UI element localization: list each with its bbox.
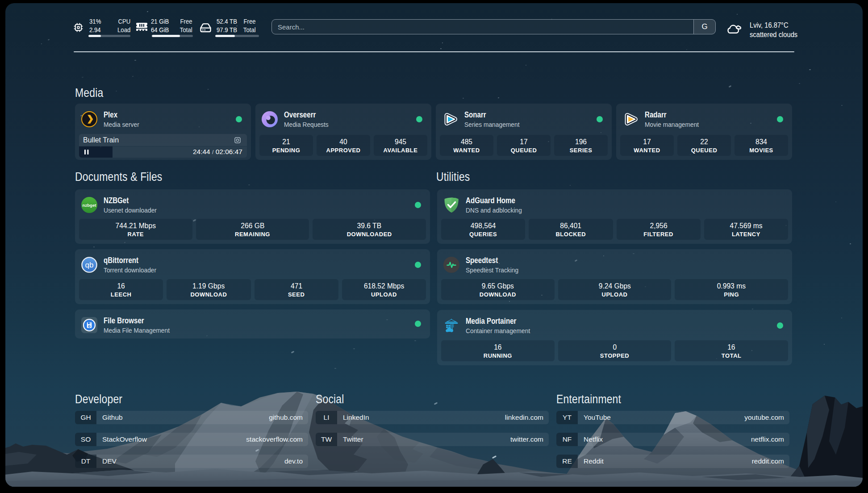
svg-text:nzbget: nzbget [83, 203, 97, 208]
svg-text:qb: qb [85, 261, 94, 269]
